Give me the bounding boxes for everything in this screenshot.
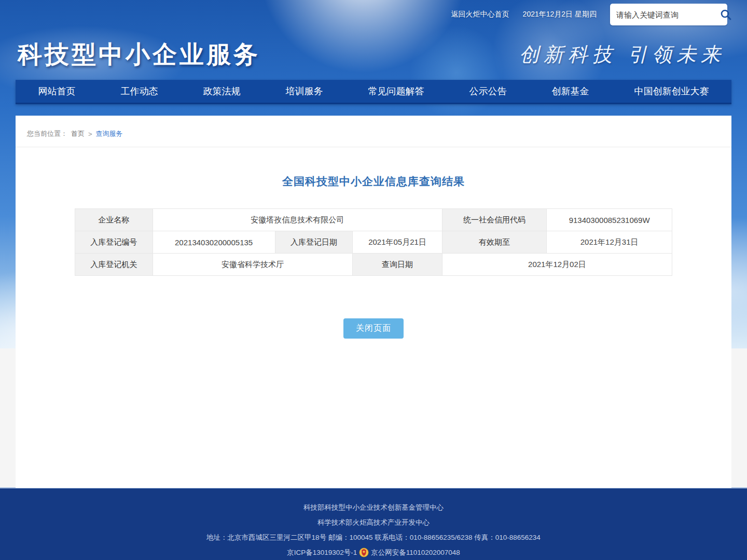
site-slogan: 创新科技 引领未来: [519, 41, 725, 68]
torch-center-home-link[interactable]: 返回火炬中心首页: [451, 10, 509, 19]
header: 科技型中小企业服务 创新科技 引领未来: [0, 29, 747, 80]
company-name-value: 安徽塔孜信息技术有限公司: [153, 209, 442, 231]
valid-until-value: 2021年12月31日: [547, 231, 672, 254]
police-record-link[interactable]: 京公网安备11010202007048: [371, 545, 460, 560]
registration-date-label: 入库登记日期: [275, 231, 353, 254]
footer-org-line-1: 科技部科技型中小企业技术创新基金管理中心: [0, 500, 747, 515]
breadcrumb-home-link[interactable]: 首页: [71, 129, 85, 138]
nav-item-home[interactable]: 网站首页: [35, 85, 79, 97]
nav-item-competition[interactable]: 中国创新创业大赛: [631, 85, 712, 97]
site-logo: 科技型中小企业服务: [18, 38, 260, 71]
top-bar: 返回火炬中心首页 2021年12月2日 星期四: [0, 0, 747, 29]
query-result-table: 企业名称 安徽塔孜信息技术有限公司 统一社会信用代码 9134030008523…: [75, 208, 672, 276]
registration-authority-label: 入库登记机关: [75, 254, 153, 276]
nav-item-training[interactable]: 培训服务: [283, 85, 326, 97]
nav-item-work-news[interactable]: 工作动态: [118, 85, 161, 97]
breadcrumb-current-link[interactable]: 查询服务: [96, 129, 123, 138]
registration-date-value: 2021年05月21日: [353, 231, 442, 254]
content-panel: 您当前位置： 首页 > 查询服务 全国科技型中小企业信息库查询结果 企业名称 安…: [16, 116, 731, 488]
registration-number-label: 入库登记编号: [75, 231, 153, 254]
search-input[interactable]: [616, 10, 720, 19]
company-name-label: 企业名称: [75, 209, 153, 231]
footer-org-line-2: 科学技术部火炬高技术产业开发中心: [0, 515, 747, 530]
main-nav: 网站首页 工作动态 政策法规 培训服务 常见问题解答 公示公告 创新基金 中国创…: [16, 80, 731, 104]
footer-address-line: 地址：北京市西城区三里河二区甲18号 邮编：100045 联系电话：010-88…: [0, 530, 747, 545]
nav-item-announcements[interactable]: 公示公告: [466, 85, 510, 97]
registration-number-value: 202134030200005135: [153, 231, 275, 254]
query-date-value: 2021年12月02日: [442, 254, 672, 276]
table-row: 入库登记机关 安徽省科学技术厅 查询日期 2021年12月02日: [75, 254, 672, 276]
table-row: 企业名称 安徽塔孜信息技术有限公司 统一社会信用代码 9134030008523…: [75, 209, 672, 231]
current-date: 2021年12月2日 星期四: [523, 10, 597, 19]
page-title: 全国科技型中小企业信息库查询结果: [16, 174, 731, 189]
close-page-button[interactable]: 关闭页面: [343, 318, 404, 339]
valid-until-label: 有效期至: [442, 231, 546, 254]
breadcrumb-separator: >: [88, 130, 92, 138]
breadcrumb-prefix: 您当前位置：: [27, 129, 67, 138]
search-box[interactable]: [610, 4, 727, 25]
registration-authority-value: 安徽省科学技术厅: [153, 254, 353, 276]
query-date-label: 查询日期: [353, 254, 442, 276]
credit-code-label: 统一社会信用代码: [442, 209, 546, 231]
icp-record-link[interactable]: 京ICP备13019302号-1: [287, 545, 357, 560]
table-row: 入库登记编号 202134030200005135 入库登记日期 2021年05…: [75, 231, 672, 254]
search-icon[interactable]: [720, 8, 732, 21]
police-badge-icon: [359, 548, 369, 557]
footer-record-line: 京ICP备13019302号-1 京公网安备11010202007048: [0, 545, 747, 560]
nav-item-faq[interactable]: 常见问题解答: [365, 85, 427, 97]
nav-item-policies[interactable]: 政策法规: [200, 85, 244, 97]
nav-item-innovation-fund[interactable]: 创新基金: [549, 85, 592, 97]
footer: 科技部科技型中小企业技术创新基金管理中心 科学技术部火炬高技术产业开发中心 地址…: [0, 487, 747, 560]
credit-code-value: 91340300085231069W: [547, 209, 672, 231]
breadcrumb: 您当前位置： 首页 > 查询服务: [16, 116, 731, 147]
